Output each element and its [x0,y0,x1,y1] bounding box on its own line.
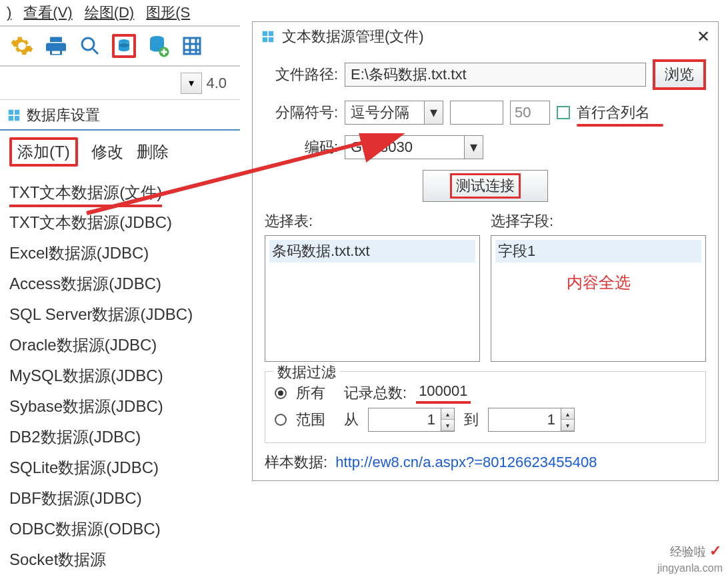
menu-remnant: ) [7,4,11,21]
zoom-row: ▾ 4.0 [0,67,240,100]
ds-txt-file[interactable]: TXT文本数据源(文件) [9,177,162,207]
svg-rect-12 [269,37,273,42]
watermark-logo: 经验啦 ✓ [670,542,721,560]
delim-label: 分隔符号: [265,103,338,123]
db-actions: 添加(T) 修改 删除 [0,131,240,173]
delim-value: 逗号分隔 [345,101,425,125]
svg-rect-8 [15,116,19,121]
sample-link[interactable]: http://ew8.cn/a.aspx?=80126623455408 [335,454,597,470]
menu-draw[interactable]: 绘图(D) [85,3,135,23]
record-count-label: 记录总数: [344,383,407,403]
close-icon[interactable]: ✕ [697,27,710,46]
test-label: 测试连接 [450,173,521,199]
record-count: 100001 [416,382,470,404]
filter-title: 数据过滤 [273,362,340,382]
ds-odbc[interactable]: ODBC数据源(ODBC) [9,514,231,544]
enc-label: 编码: [265,137,338,157]
ds-sqlite[interactable]: SQLite数据源(JDBC) [9,452,231,483]
database-add-icon[interactable] [146,34,170,58]
from-value[interactable]: 1 [368,408,441,432]
radio-all-label: 所有 [296,383,325,403]
sample-label: 样本数据: [265,454,327,470]
radio-all[interactable] [275,387,287,399]
ds-dbf[interactable]: DBF数据源(JDBC) [9,483,231,514]
db-settings-title: 数据库设置 [27,105,100,125]
svg-point-2 [119,43,129,47]
ds-db2[interactable]: DB2数据源(JDBC) [9,422,231,452]
table-item[interactable]: 条码数据.txt.txt [269,240,475,263]
svg-rect-5 [9,110,13,115]
delim-count[interactable]: 50 [510,101,550,125]
text-ds-dialog: 文本数据源管理(文件) ✕ 文件路径: E:\条码数据.txt.txt 浏览 分… [252,21,719,481]
field-item[interactable]: 字段1 [495,240,701,263]
datasource-list: TXT文本数据源(文件) TXT文本数据源(JDBC) Excel数据源(JDB… [0,173,240,577]
watermark-url: jingyanla.com [657,562,723,574]
select-all-note: 内容全选 [495,272,701,293]
settings-icon[interactable] [10,34,34,58]
zoom-dropdown[interactable]: ▾ [181,73,202,94]
svg-point-1 [119,39,129,43]
svg-rect-11 [263,37,267,42]
db-settings-header: 数据库设置 [0,100,240,131]
select-table-label: 选择表: [265,211,480,231]
radio-range[interactable] [275,414,287,426]
ds-oracle[interactable]: Oracle数据源(JDBC) [9,330,231,360]
svg-point-0 [82,38,94,50]
data-filter-group: 数据过滤 所有 记录总数: 100001 范围 从 1 ▴▾ 到 1 ▴▾ [265,371,706,443]
svg-rect-7 [9,116,13,121]
delete-button[interactable]: 删除 [137,141,169,163]
svg-rect-6 [15,110,19,115]
edit-button[interactable]: 修改 [91,141,123,163]
dialog-icon [261,29,275,44]
field-list[interactable]: 字段1 内容全选 [491,235,706,362]
database-icon[interactable] [112,34,136,58]
grid-icon[interactable] [180,34,204,58]
path-label: 文件路径: [265,65,338,85]
ds-excel[interactable]: Excel数据源(JDBC) [9,238,231,269]
radio-range-label: 范围 [296,410,325,430]
to-value[interactable]: 1 [488,408,561,432]
from-spin[interactable]: 1 ▴▾ [368,408,455,432]
add-button[interactable]: 添加(T) [9,137,78,167]
chevron-down-icon[interactable]: ▾ [465,135,483,159]
test-connection-button[interactable]: 测试连接 [423,170,548,202]
ds-socket[interactable]: Socket数据源 [9,544,231,575]
menu-shapes[interactable]: 图形(S [146,3,190,23]
path-field[interactable]: E:\条码数据.txt.txt [345,63,646,87]
first-row-label: 首行含列名 [577,103,650,123]
toolbar [0,27,240,67]
enc-value: GB18030 [345,135,465,159]
to-label: 到 [464,410,479,430]
search-icon[interactable] [78,34,102,58]
print-icon[interactable] [44,34,68,58]
dialog-titlebar: 文本数据源管理(文件) ✕ [253,22,718,51]
db-settings-icon [7,108,21,123]
browse-button[interactable]: 浏览 [653,59,706,90]
delim-custom[interactable] [450,101,503,125]
svg-rect-10 [269,31,273,36]
select-field-label: 选择字段: [491,211,706,231]
ds-mysql[interactable]: MySQL数据源(JDBC) [9,360,231,391]
ds-sqlserver[interactable]: SQL Server数据源(JDBC) [9,299,231,330]
chevron-down-icon[interactable]: ▾ [425,101,443,125]
dialog-title: 文本数据源管理(文件) [282,27,697,47]
ds-sybase[interactable]: Sybase数据源(JDBC) [9,391,231,422]
svg-rect-9 [263,31,267,36]
zoom-value: 4.0 [206,75,227,92]
ds-txt-jdbc[interactable]: TXT文本数据源(JDBC) [9,207,231,238]
table-list[interactable]: 条码数据.txt.txt [265,235,480,362]
menu-view[interactable]: 查看(V) [23,3,72,23]
to-spin[interactable]: 1 ▴▾ [488,408,575,432]
ds-access[interactable]: Access数据源(JDBC) [9,269,231,299]
delim-combo[interactable]: 逗号分隔 ▾ [345,101,443,125]
first-row-checkbox[interactable] [557,106,570,119]
menubar: ) 查看(V) 绘图(D) 图形(S [0,0,240,27]
from-label: 从 [344,410,359,430]
enc-combo[interactable]: GB18030 ▾ [345,135,483,159]
